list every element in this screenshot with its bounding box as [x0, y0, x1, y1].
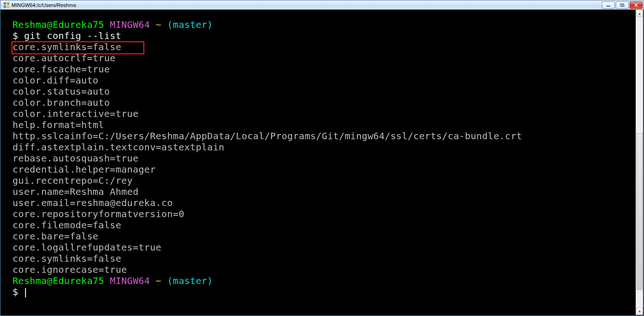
command-output: core.symlinks=false core.autocrlf=true c…: [13, 41, 522, 275]
minimize-button[interactable]: [602, 1, 615, 9]
titlebar[interactable]: MINGW64:/c/Users/Reshma: [0, 0, 644, 10]
svg-rect-1: [7, 2, 9, 5]
svg-rect-3: [7, 6, 9, 8]
svg-rect-4: [606, 6, 610, 6]
vertical-scrollbar[interactable]: ▲ ▼: [636, 10, 643, 315]
prompt-env: MINGW64: [110, 19, 150, 30]
prompt-userhost: Reshma@Edureka75: [13, 19, 104, 30]
scroll-up-button[interactable]: ▲: [636, 10, 643, 17]
command-text: git config --list: [24, 30, 122, 41]
scroll-down-button[interactable]: ▼: [636, 308, 643, 315]
scroll-track[interactable]: [636, 17, 643, 308]
close-button[interactable]: [630, 1, 643, 9]
prompt-symbol: $: [13, 30, 18, 41]
prompt2-userhost: Reshma@Edureka75: [13, 275, 104, 286]
prompt2-env: MINGW64: [110, 275, 150, 286]
mingw-window: MINGW64:/c/Users/Reshma Reshma@Edureka75…: [0, 0, 644, 316]
cursor: [25, 288, 26, 297]
window-controls: [602, 1, 643, 9]
prompt2-branch: (master): [167, 275, 213, 286]
prompt-branch: (master): [167, 19, 213, 30]
prompt2-path: ~: [156, 275, 161, 286]
prompt-path: ~: [156, 19, 161, 30]
svg-rect-2: [4, 6, 6, 8]
app-icon: [3, 2, 10, 8]
prompt2-symbol: $: [13, 286, 18, 297]
window-title: MINGW64:/c/Users/Reshma: [12, 2, 76, 8]
terminal-content: Reshma@Edureka75 MINGW64 ~ (master) $ gi…: [0, 10, 644, 301]
terminal[interactable]: Reshma@Edureka75 MINGW64 ~ (master) $ gi…: [0, 10, 644, 316]
scroll-thumb[interactable]: [637, 133, 643, 290]
maximize-button[interactable]: [616, 1, 629, 9]
svg-rect-0: [4, 2, 6, 5]
